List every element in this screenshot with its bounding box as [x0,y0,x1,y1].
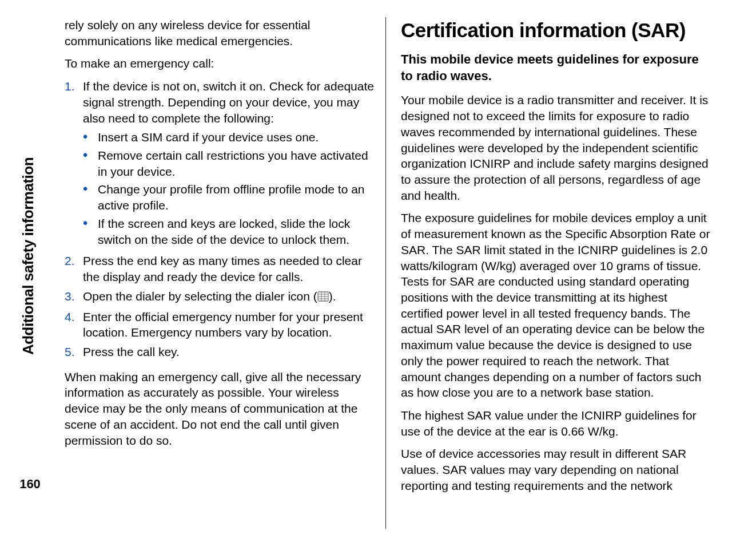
step-text: Press the call key. [83,344,375,360]
step-text: Enter the official emergency number for … [83,309,375,341]
section-subheading: This mobile device meets guidelines for … [401,52,711,84]
intro-paragraph-2: To make an emergency call: [65,56,375,72]
intro-paragraph-1: rely solely on any wireless device for e… [65,17,375,49]
step-body: Enter the official emergency number for … [83,309,375,341]
sar-paragraph-2: The exposure guidelines for mobile devic… [401,210,711,401]
sar-paragraph-3: The highest SAR value under the ICNIRP g… [401,407,711,439]
step-number: 2. [65,253,77,284]
outro-paragraph: When making an emergency call, give all … [65,369,375,449]
step-5: 5. Press the call key. [65,344,375,360]
step-body: Press the end key as many times as neede… [83,253,375,284]
bullet-item: Insert a SIM card if your device uses on… [83,129,375,145]
section-heading: Certification information (SAR) [401,17,711,43]
sar-paragraph-4: Use of device accessories may result in … [401,446,711,493]
step-body: If the device is not on, switch it on. C… [83,78,375,250]
step-number: 4. [65,309,77,341]
step-text-part-a: Open the dialer by selecting the dialer … [83,290,317,303]
step-4: 4. Enter the official emergency number f… [65,309,375,341]
bullet-text: Change your profile from offline profile… [98,181,375,213]
document-page: Additional safety information 160 rely s… [0,0,756,546]
step-text: If the device is not on, switch it on. C… [83,78,375,126]
emergency-call-steps: 1. If the device is not on, switch it on… [65,78,375,363]
bullet-text: Insert a SIM card if your device uses on… [98,129,375,145]
bullet-item: Change your profile from offline profile… [83,181,375,213]
side-tab-label: Additional safety information [20,157,38,354]
step-text: Open the dialer by selecting the dialer … [83,288,375,306]
step-body: Open the dialer by selecting the dialer … [83,288,375,306]
columns: rely solely on any wireless device for e… [54,17,722,529]
bullet-item: Remove certain call restrictions you hav… [83,148,375,179]
step-2: 2. Press the end key as many times as ne… [65,253,375,284]
step-1: 1. If the device is not on, switch it on… [65,78,375,250]
step-number: 1. [65,78,77,250]
step-1-bullets: Insert a SIM card if your device uses on… [83,129,375,250]
step-number: 5. [65,344,77,360]
step-text-part-b: ). [329,290,336,303]
side-tab: Additional safety information [17,11,40,500]
step-3: 3. Open the dialer by selecting the dial… [65,288,375,306]
step-text: Press the end key as many times as neede… [83,253,375,284]
left-column: rely solely on any wireless device for e… [54,17,386,529]
step-number: 3. [65,288,77,306]
bullet-text: If the screen and keys are locked, slide… [98,216,375,247]
bullet-item: If the screen and keys are locked, slide… [83,216,375,247]
sar-paragraph-1: Your mobile device is a radio transmitte… [401,92,711,203]
page-number: 160 [17,477,43,492]
dialer-keypad-icon [317,290,329,306]
step-body: Press the call key. [83,344,375,360]
right-column: Certification information (SAR) This mob… [386,17,722,529]
bullet-text: Remove certain call restrictions you hav… [98,148,375,179]
